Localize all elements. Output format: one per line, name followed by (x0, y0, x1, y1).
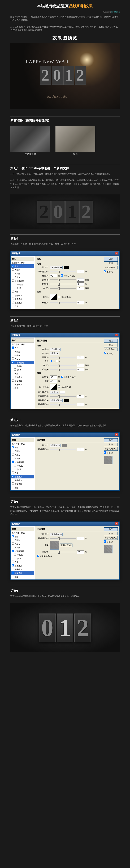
opt-innerglow[interactable]: 内发光 (11, 275, 34, 279)
opt-stroke[interactable]: 描边 (11, 305, 34, 308)
step1-digits-image: 2012 (10, 194, 120, 229)
soften-input[interactable] (77, 368, 84, 371)
ok-button[interactable]: 确定 (104, 527, 118, 531)
newstyle-button[interactable]: 新建样式(W)... (104, 536, 118, 540)
noise-slider[interactable] (50, 302, 76, 303)
materials-title: 素材准备（微博附件有提供） (10, 116, 120, 122)
opt-dropshadow[interactable]: 投影 (11, 265, 34, 268)
opt-satin[interactable]: 光泽 (11, 290, 34, 293)
credit-link[interactable]: @luobink (111, 10, 120, 13)
step5-dialog: 图层样式× 样式 混合选项：默认 投影 内阴影 外发光 内发光 斜面和浮雕 等高… (10, 522, 120, 580)
step3-dialog: 图层样式× 样式 混合选项：默认 投影 内阴影 外发光 内发光 斜面和浮雕 等高… (10, 333, 120, 409)
color-swatch[interactable] (64, 266, 69, 269)
distance-slider[interactable] (50, 279, 76, 280)
material-2-label: 锅底 (56, 153, 95, 156)
cancel-button[interactable]: 取消 (104, 261, 118, 265)
cancel-button[interactable]: 取消 (104, 343, 118, 347)
opt-texture[interactable]: 纹理 (11, 286, 34, 290)
opacity-input[interactable] (77, 537, 84, 540)
cancel-button[interactable]: 取消 (104, 443, 118, 446)
snap-button[interactable]: 贴紧原点(A) (60, 544, 72, 547)
close-icon[interactable]: × (115, 522, 118, 525)
credit-line: 原文链接@luobink (0, 10, 130, 13)
depth-input[interactable] (77, 356, 84, 359)
newstyle-button[interactable]: 新建样式(W)... (104, 347, 118, 351)
page-title: 本喵教你做超逼真凸版印刷效果 (10, 3, 120, 9)
step5-title: 第5步： (10, 498, 120, 504)
ok-button[interactable]: 确定 (104, 438, 118, 442)
opt-patoverlay[interactable]: 图案叠加 (11, 301, 34, 305)
scale-input[interactable] (77, 551, 84, 554)
preview-image: hAPPy NeW YeAR 2012 abduzeedo (10, 43, 120, 109)
step2-title: 第2步： (10, 235, 120, 241)
step4-title: 第4步： (10, 416, 120, 422)
opt-blend[interactable]: 混合选项：默认 (11, 261, 34, 265)
close-icon[interactable]: × (115, 433, 118, 436)
ok-button[interactable]: 确定 (104, 339, 118, 342)
size-input[interactable] (77, 287, 84, 290)
opt-gradoverlay[interactable]: 渐变叠加 (11, 297, 34, 301)
opt-innershadow[interactable]: 内阴影 (11, 268, 34, 272)
size-slider[interactable] (50, 288, 76, 288)
smode-select[interactable]: 线性加深 (50, 399, 63, 402)
angle-input[interactable] (50, 274, 57, 277)
preview-brand: abduzeedo (47, 94, 68, 99)
blendmode-select[interactable]: 正片叠底 (50, 533, 63, 536)
spread-input[interactable] (77, 282, 84, 286)
newstyle-button[interactable]: 新建样式(W)... (104, 266, 118, 270)
hcolor-swatch[interactable] (60, 391, 65, 394)
step1-p1: 打开Photoshop，创建一个新的文档，随便用的画布大小是60*1600像素，… (10, 172, 120, 176)
spread-slider[interactable] (50, 284, 76, 284)
method-select[interactable]: 平滑 (50, 352, 59, 355)
contour-picker[interactable] (50, 294, 57, 300)
blendmode-select[interactable]: 正片叠底 (50, 266, 63, 269)
preview-line1: hAPPy NeW YeAR (26, 59, 69, 64)
close-icon[interactable]: × (115, 334, 118, 336)
angle-input[interactable] (50, 375, 57, 379)
opt-contour[interactable]: 等高线 (11, 283, 34, 286)
preview-thumb (104, 545, 112, 553)
blendmode-select[interactable]: 线性光 (50, 444, 61, 447)
step2-desc: 选择其中一个标形，打开 图层>图层样式>投影，参考下面参数进行设置 (10, 242, 120, 246)
ok-button[interactable]: 确定 (104, 257, 118, 261)
gloss-contour[interactable] (50, 384, 57, 390)
preview-heading: 效果图预览 (0, 34, 130, 43)
dialog-titlebar: 图层样式 × (10, 251, 120, 256)
step5-desc: 下面给面板图案应该是一步中重要的。现在的凸版一个纯粗的样式,难起就无不同受表材质… (10, 505, 120, 516)
pattern-picker[interactable] (50, 541, 59, 550)
step3-desc: 选择斜面和浮雕，参考下面参数进行设置 (10, 324, 120, 328)
color-swatch[interactable] (62, 444, 67, 447)
material-rusty-metal: 生锈重金属 (10, 126, 50, 152)
size-input[interactable] (77, 364, 84, 367)
opacity-input[interactable] (77, 270, 84, 273)
opacity-slider[interactable] (50, 271, 76, 272)
intro-paragraph-2: 好，在本教程中，我们将大家通过特的建一个超级装饰的凸版印刷文字效果。我们都学PS… (0, 24, 130, 33)
intro-paragraph-1: 这是一个不知道起了，但是效果的效果不好意思一下，我的日记创造的时间学教程，我过制… (0, 13, 130, 24)
preview-checkbox[interactable]: 预览(V) (104, 271, 113, 273)
material-1-label: 生锈重金属 (10, 153, 50, 156)
close-icon[interactable]: × (115, 252, 118, 254)
opt-bevel[interactable]: 斜面和浮雕 (11, 279, 34, 283)
hop-input[interactable] (77, 395, 84, 398)
opt-coloroverlay[interactable]: 颜色叠加 (11, 293, 34, 297)
hmode-select[interactable]: 滤色 (50, 391, 59, 394)
style-select[interactable]: 内斜面 (50, 348, 61, 351)
altitude-input[interactable] (50, 380, 57, 383)
newstyle-button[interactable]: 新建样式(W)... (104, 447, 118, 451)
step2-dialog: 图层样式 × 样式 混合选项：默认 投影 内阴影 外发光 内发光 斜面和浮雕 等… (10, 251, 120, 309)
material-pot-bottom: 锅底 (56, 126, 95, 152)
opt-outerglow[interactable]: 外发光 (11, 272, 34, 275)
step6-desc: 下面的是最终应用给图层图的设置叠加，颜色所改变的风格和样，就叫Style (10, 595, 120, 598)
step1-p2: 创作一个超级真主义的凸版印刷效果，我门首先一第一个准中到凸版外，这就是我们效果的… (10, 179, 120, 189)
step4-dialog: 图层样式× 样式 混合选项：默认 投影 内阴影 外发光 内发光 斜面和浮雕 等高… (10, 432, 120, 491)
noise-input[interactable] (77, 301, 84, 304)
scolor-swatch[interactable] (64, 399, 69, 402)
step6-result-image: 012 (10, 603, 120, 652)
distance-input[interactable] (77, 278, 84, 282)
step3-title: 第3步： (10, 316, 120, 322)
sop-input[interactable] (77, 403, 84, 406)
step1-title: 第1步：在Photoshop中创建一个新的文件 (10, 164, 120, 170)
step6-title: 第6步： (10, 587, 120, 593)
cancel-button[interactable]: 取消 (104, 532, 118, 535)
opacity-input[interactable] (77, 448, 84, 451)
